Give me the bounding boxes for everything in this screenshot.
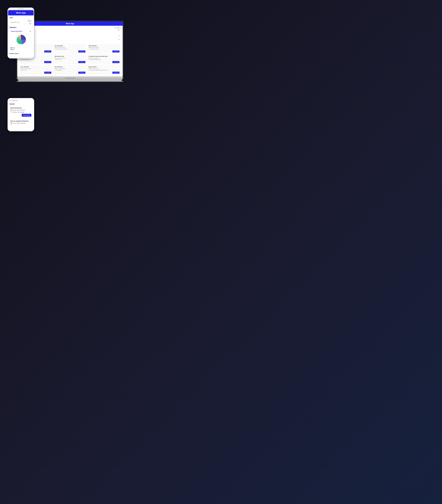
event-card-6-location: 📍 London, UK <box>20 70 51 71</box>
event-card-3-footer: show details <box>20 61 51 63</box>
phone-bottom-events-label: Events <box>8 103 34 106</box>
show-details-button-0[interactable]: show details <box>44 50 51 52</box>
phone-event-angular-title: Intro to AngularJS-Remote <box>10 120 31 122</box>
show-details-button-5[interactable]: show details <box>112 61 119 63</box>
event-card-2-date: 📅 Mar 29, 2023, 8:00 PM <box>89 47 119 48</box>
event-card-7-location: 📍 Nairobi, Kenya <box>55 70 86 71</box>
event-card-6-title: Learn JavaScript <box>20 66 51 68</box>
event-card-8-footer: show details <box>89 71 119 74</box>
legend-jquery-dot <box>11 49 12 50</box>
laptop-accordion-city-header[interactable]: Events in Each City ∨ <box>19 38 121 41</box>
svg-text:28%: 28% <box>24 37 26 38</box>
phone-event-card-angular: Intro to AngularJS-Remote 📅 Mar 29, 2023… <box>9 119 33 128</box>
event-card-6: Learn JavaScript 📅 Mar 30, 2023, 4:00 PM… <box>19 65 52 75</box>
show-details-button-7[interactable]: show details <box>78 71 86 74</box>
phone-event-react-date: 📅 Mar 29, 2023, 8:00 PM <box>10 110 31 111</box>
show-details-button-2[interactable]: show details <box>112 50 119 52</box>
location-icon: 📍 <box>10 111 12 113</box>
phone-events-count-input[interactable] <box>28 22 33 25</box>
phone-event-angular-location: 📍 <box>10 124 31 126</box>
event-card-4-footer: show details <box>55 61 86 63</box>
event-card-4-title: React Native Tokyo <box>55 56 86 57</box>
legend-react-dot <box>11 47 12 48</box>
phone-pie-container: 28% 21% 10% 21% <box>10 33 32 46</box>
phone-events-in-ea-label: Events in Ea... <box>10 53 32 54</box>
event-card-5-location: 📍 Mumbai, Maharashtra, India <box>89 59 119 60</box>
phone-app-header: Meet App <box>8 10 34 15</box>
phone-content: Filter No. of Events Statistics Events b… <box>8 16 34 56</box>
location-icon: 📍 <box>20 70 21 70</box>
laptop-accordion-city: Events in Each City ∨ <box>19 38 121 41</box>
event-card-8-location: 📍 Santiago, Santiago Metropolitan Region… <box>89 70 119 71</box>
phone-bottom-search-input[interactable] <box>12 100 33 101</box>
event-card-4: React Native Tokyo 📅 Mar 30, 2023, 9:00 … <box>54 55 87 64</box>
calendar-icon: 📅 <box>89 68 90 69</box>
event-card-8-title: jQuery and More <box>89 66 119 68</box>
phone-top: Meet App Filter No. of Events Statistics <box>8 8 34 58</box>
svg-text:21%: 21% <box>17 44 18 45</box>
phone-stats-label: Statistics <box>10 27 32 28</box>
laptop-base <box>18 79 122 81</box>
calendar-icon: 📅 <box>89 47 90 48</box>
event-card-3-location: 📍 New York, NY, USA <box>20 59 51 60</box>
event-card-2-footer: show details <box>89 50 119 52</box>
event-card-7-title: Fun with Node.js <box>55 66 86 68</box>
show-details-button-3[interactable]: show details <box>44 61 51 63</box>
calendar-icon: 📅 <box>55 47 56 48</box>
event-card-7: Fun with Node.js 📅 Mar 30, 2023, 6:00 PM… <box>54 65 87 75</box>
laptop-chevron-down-icon-city: ∨ <box>119 39 119 40</box>
event-card-6-footer: show details <box>20 71 51 74</box>
calendar-icon: 📅 <box>89 58 90 59</box>
location-icon: 📍 <box>55 70 56 70</box>
phone-stats-section: Statistics Events by Genre ∧ <box>10 27 32 52</box>
phone-filter-row: No. of Events <box>10 19 32 25</box>
event-card-1-date: 📅 Mar 29, 2023, 4:00 PM <box>55 47 86 48</box>
phone-app-title: Meet App <box>10 12 32 14</box>
laptop-stats-section: Statistics Events by Genre ∨ Events in E… <box>19 32 121 41</box>
phone-bottom-screen: 🔍 Events React Workshop 📅 Mar 29, 2023, … <box>8 98 34 130</box>
phone-pie-legend: React jQu... <box>10 47 32 52</box>
show-details-button-1[interactable]: show details <box>78 50 86 52</box>
laptop-events-count-label: No. of Events <box>114 27 121 28</box>
laptop-stats-label: Statistics <box>19 32 121 34</box>
calendar-icon: 📅 <box>10 110 12 111</box>
laptop-app-title: Meet App <box>19 22 121 24</box>
phone-show-details-react[interactable]: show details <box>22 114 31 117</box>
phone-events-in-ea: Events in Ea... <box>10 53 32 54</box>
event-card-1-location: 📍 Dubai - United Arab Emirates <box>55 49 86 50</box>
laptop-accordion-genre-header[interactable]: Events by Genre ∨ <box>19 35 121 37</box>
event-card-4-date: 📅 Mar 30, 2023, 9:00 AM <box>55 58 86 59</box>
show-details-button-6[interactable]: show details <box>44 71 51 74</box>
phone-accordion-genre-header[interactable]: Events by Genre ∧ <box>10 29 32 33</box>
event-card-5-footer: show details <box>89 61 119 63</box>
phone-filter-section: Filter No. of Events <box>10 17 32 25</box>
laptop-filter-right: No. of Events <box>114 27 121 31</box>
phone-filter-label: Filter <box>10 17 32 19</box>
event-card-5: Use jQuery, bring in interactivity easil… <box>87 55 121 64</box>
svg-text:10%: 10% <box>16 41 18 42</box>
phone-legend-react: React <box>11 47 31 49</box>
event-card-1-footer: show details <box>55 50 86 52</box>
event-card-8-date: 📅 Mar 31, 2023, 1:00 AM <box>89 68 119 69</box>
phone-event-angular-date: 📅 Mar 29, 2023, 10:00 PM <box>10 122 31 124</box>
show-details-button-4[interactable]: show details <box>78 61 86 63</box>
event-card-8: jQuery and More 📅 Mar 31, 2023, 1:00 AM … <box>87 65 121 75</box>
phone-event-react-footer: show details <box>10 114 31 117</box>
notch-bar <box>18 8 24 9</box>
event-card-5-date: 📅 Mar 30, 2023, 2:00 PM <box>89 58 119 59</box>
event-card-2-title: React Workshop <box>89 45 119 46</box>
calendar-icon: 📅 <box>20 68 21 69</box>
search-icon: 🔍 <box>9 100 11 102</box>
legend-jquery-label: jQu... <box>12 49 15 50</box>
phone-legend-jquery: jQu... <box>11 49 31 50</box>
event-card-5-title: Use jQuery, bring in interactivity easil… <box>89 56 119 57</box>
laptop-accordion-genre: Events by Genre ∨ <box>19 35 121 37</box>
laptop-camera-bump <box>65 77 75 79</box>
phone-bottom-search[interactable]: 🔍 <box>8 99 34 102</box>
laptop-events-count-input[interactable] <box>116 29 121 31</box>
phone-city-input[interactable] <box>10 21 27 24</box>
event-card-2: React Workshop 📅 Mar 29, 2023, 8:00 PM 📍… <box>87 44 121 54</box>
laptop-filter-row: Filter No. of Events <box>19 27 121 31</box>
event-card-1: Fun with Angular 📅 Mar 29, 2023, 4:00 PM… <box>54 44 87 54</box>
show-details-button-8[interactable]: show details <box>112 71 119 74</box>
